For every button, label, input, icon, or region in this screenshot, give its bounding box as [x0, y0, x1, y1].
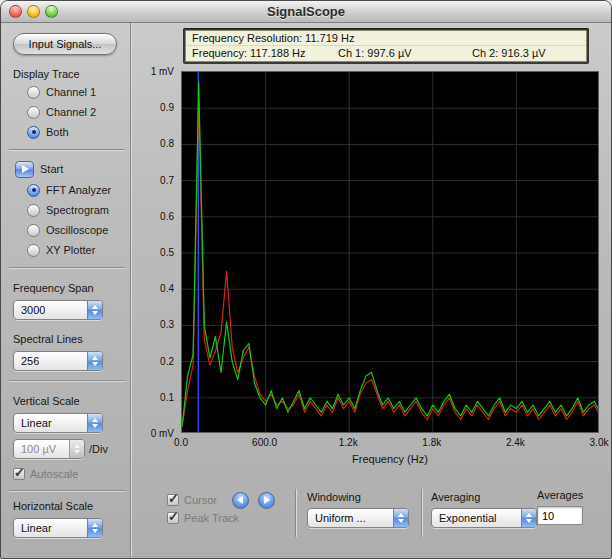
left-arrow-icon: [237, 496, 243, 504]
stepper-arrows-icon: [393, 509, 408, 527]
zoom-button-icon[interactable]: [45, 5, 58, 18]
radio-label: Spectrogram: [46, 204, 109, 216]
radio-xy-plotter[interactable]: XY Plotter: [27, 242, 130, 258]
checkbox-icon: [13, 468, 25, 480]
radio-label: Both: [46, 126, 69, 138]
stepper-arrows-icon: [87, 352, 102, 370]
averages-label: Averages: [537, 489, 583, 501]
input-signals-button[interactable]: Input Signals...: [13, 33, 117, 55]
stepper-arrows-icon: [69, 440, 84, 458]
x-tick-label: 1.2k: [339, 437, 358, 448]
y-tick-label: 0.2: [160, 355, 174, 366]
autoscale-checkbox[interactable]: Autoscale: [13, 467, 130, 481]
y-tick-label: 0.3: [160, 319, 174, 330]
radio-spectrogram[interactable]: Spectrogram: [27, 202, 130, 218]
radio-oscilloscope[interactable]: Oscilloscope: [27, 222, 130, 238]
averaging-label: Averaging: [431, 491, 480, 503]
autoscale-label: Autoscale: [30, 468, 78, 480]
signalscope-window: SignalScope Input Signals... Display Tra…: [0, 0, 612, 559]
popup-value: Uniform ...: [308, 512, 366, 524]
divider: [9, 267, 125, 269]
cursor-right-button[interactable]: [258, 492, 275, 509]
plot-canvas[interactable]: [181, 71, 599, 433]
averaging-select[interactable]: Exponential: [431, 508, 537, 528]
start-label: Start: [40, 163, 63, 175]
y-tick-label: 0.1: [160, 391, 174, 402]
y-tick-label: 0.7: [160, 174, 174, 185]
radio-icon: [27, 106, 40, 119]
radio-label: XY Plotter: [46, 244, 95, 256]
peak-track-checkbox[interactable]: Peak Track: [167, 511, 275, 525]
y-axis: 1 mV0.90.80.70.60.50.40.30.20.10 mV: [131, 71, 177, 433]
radio-channel-1[interactable]: Channel 1: [27, 84, 130, 100]
stepper-arrows-icon: [521, 509, 536, 527]
popup-value: Linear: [14, 522, 52, 534]
spectral-lines-select[interactable]: 256: [13, 351, 103, 371]
display-trace-label: Display Trace: [13, 68, 130, 80]
divider: [9, 149, 125, 151]
volts-per-div-select: 100 µV: [13, 439, 85, 459]
spectrum-chart: 1 mV0.90.80.70.60.50.40.30.20.10 mV 0.06…: [131, 23, 611, 558]
x-axis: 0.0600.01.2k1.8k2.4k3.0k: [181, 437, 599, 449]
radio-icon: [27, 244, 40, 257]
popup-value: Exponential: [432, 512, 497, 524]
divider: [421, 489, 423, 537]
radio-selected-icon: [27, 126, 40, 139]
radio-selected-icon: [27, 184, 40, 197]
horizontal-scale-label: Horizontal Scale: [13, 500, 130, 512]
spectral-lines-label: Spectral Lines: [13, 333, 130, 345]
checkbox-icon: [167, 512, 179, 524]
frequency-span-select[interactable]: 3000: [13, 300, 103, 320]
y-tick-label: 0.8: [160, 138, 174, 149]
stepper-arrows-icon: [87, 414, 102, 432]
popup-value: Linear: [14, 417, 52, 429]
popup-value: 3000: [14, 304, 45, 316]
radio-label: Channel 2: [46, 106, 96, 118]
radio-channel-2[interactable]: Channel 2: [27, 104, 130, 120]
sidebar: Input Signals... Display Trace Channel 1…: [1, 23, 131, 558]
radio-label: Oscilloscope: [46, 224, 108, 236]
checkbox-icon: [167, 494, 179, 506]
close-button-icon[interactable]: [9, 5, 22, 18]
right-arrow-icon: [264, 496, 270, 504]
title-bar[interactable]: SignalScope: [1, 1, 611, 23]
radio-icon: [27, 224, 40, 237]
radio-icon: [27, 86, 40, 99]
divider: [295, 489, 297, 537]
bottom-controls: Cursor Peak Track Windowing Uniform ...: [131, 487, 611, 558]
y-tick-label: 1 mV: [151, 66, 174, 77]
window-title: SignalScope: [267, 4, 345, 19]
radio-both[interactable]: Both: [27, 124, 130, 140]
x-tick-label: 2.4k: [506, 437, 525, 448]
cursor-checkbox[interactable]: Cursor: [167, 493, 275, 507]
cursor-left-button[interactable]: [232, 492, 249, 509]
frequency-span-label: Frequency Span: [13, 282, 130, 294]
x-tick-label: 600.0: [252, 437, 277, 448]
windowing-select[interactable]: Uniform ...: [307, 508, 409, 528]
stepper-arrows-icon: [87, 519, 102, 537]
cursor-label: Cursor: [184, 494, 217, 506]
radio-icon: [27, 204, 40, 217]
horizontal-scale-select[interactable]: Linear: [13, 518, 103, 538]
averages-input[interactable]: [537, 506, 583, 525]
y-tick-label: 0.6: [160, 210, 174, 221]
start-button[interactable]: Start: [15, 160, 130, 178]
divider: [9, 380, 125, 382]
main-area: Frequency Resolution: 11.719 Hz Frequenc…: [131, 23, 611, 558]
y-tick-label: 0 mV: [151, 428, 174, 439]
y-tick-label: 0.9: [160, 102, 174, 113]
radio-fft-analyzer[interactable]: FFT Analyzer: [27, 182, 130, 198]
x-axis-title: Frequency (Hz): [181, 453, 599, 465]
x-tick-label: 1.8k: [422, 437, 441, 448]
radio-label: FFT Analyzer: [46, 184, 111, 196]
per-div-label: /Div: [89, 443, 108, 455]
divider: [9, 490, 125, 492]
minimize-button-icon[interactable]: [27, 5, 40, 18]
vertical-scale-select[interactable]: Linear: [13, 413, 103, 433]
y-tick-label: 0.4: [160, 283, 174, 294]
x-tick-label: 0.0: [174, 437, 188, 448]
vertical-scale-label: Vertical Scale: [13, 395, 130, 407]
windowing-label: Windowing: [307, 491, 361, 503]
radio-label: Channel 1: [46, 86, 96, 98]
y-tick-label: 0.5: [160, 247, 174, 258]
